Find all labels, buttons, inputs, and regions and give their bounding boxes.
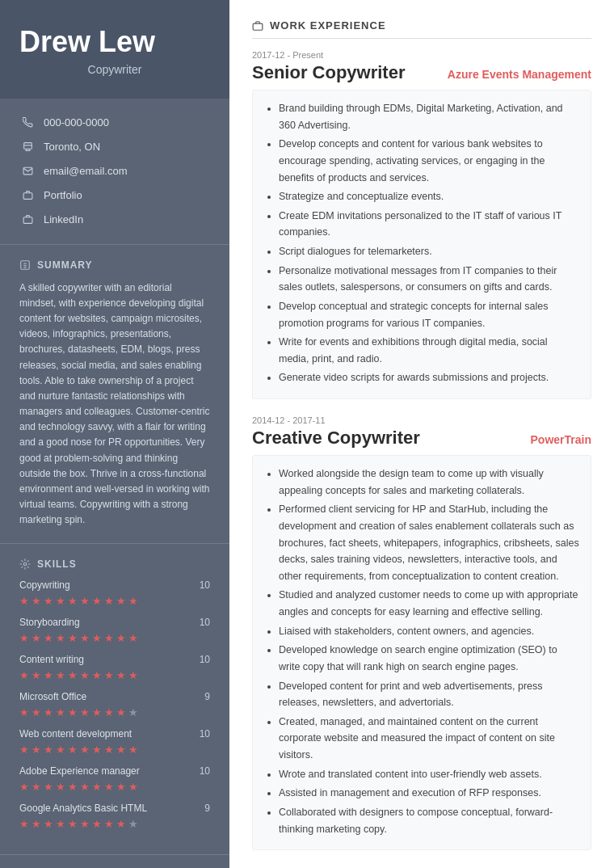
filled-star: ★ xyxy=(92,818,102,830)
filled-star: ★ xyxy=(56,669,65,681)
empty-star: ★ xyxy=(128,706,138,718)
job-bullet: Studied and analyzed customer needs to c… xyxy=(279,587,579,620)
interests-section: Interests CyclingLiteratureMarket trends xyxy=(0,855,229,868)
filled-star: ★ xyxy=(116,595,126,607)
skill-item: Storyboarding10★★★★★★★★★★ xyxy=(19,617,210,644)
filled-star: ★ xyxy=(32,781,41,793)
filled-star: ★ xyxy=(104,706,114,718)
filled-star: ★ xyxy=(116,781,126,793)
skill-score: 10 xyxy=(200,579,210,591)
filled-star: ★ xyxy=(56,744,65,756)
job-bullet: Develop concepts and content for various… xyxy=(279,136,579,186)
skill-score: 9 xyxy=(204,803,210,814)
sidebar-header: Drew Lew Copywriter xyxy=(0,0,229,99)
filled-star: ★ xyxy=(128,669,138,681)
linkedin-label: LinkedIn xyxy=(44,213,83,225)
sidebar: Drew Lew Copywriter 000-000-0000 Toronto… xyxy=(0,0,229,868)
email-item: email@email.com xyxy=(19,163,210,179)
skill-item: Copywriting10★★★★★★★★★★ xyxy=(19,579,210,607)
skill-stars: ★★★★★★★★★★ xyxy=(19,781,210,793)
filled-star: ★ xyxy=(104,595,114,607)
phone-value: 000-000-0000 xyxy=(44,116,109,129)
job-bullets-list: Brand building through EDMs, Digital Mar… xyxy=(264,100,579,386)
skill-item: Google Analytics Basic HTML9★★★★★★★★★★ xyxy=(19,803,210,830)
filled-star: ★ xyxy=(32,706,41,718)
filled-star: ★ xyxy=(116,669,126,681)
job-bullet: Develop conceptual and strategic concept… xyxy=(279,298,579,331)
filled-star: ★ xyxy=(104,669,114,681)
filled-star: ★ xyxy=(68,669,78,681)
job-bullets-block: Brand building through EDMs, Digital Mar… xyxy=(252,90,591,399)
job-bullet: Wrote and translated content into user-f… xyxy=(279,766,579,783)
filled-star: ★ xyxy=(56,818,65,830)
phone-item: 000-000-0000 xyxy=(19,115,210,131)
portfolio-item[interactable]: Portfolio xyxy=(19,188,210,204)
skill-score: 10 xyxy=(200,617,210,628)
skill-stars: ★★★★★★★★★★ xyxy=(19,706,210,718)
filled-star: ★ xyxy=(80,818,90,830)
filled-star: ★ xyxy=(92,595,102,607)
skill-name: Web content development xyxy=(19,728,132,739)
filled-star: ★ xyxy=(92,669,102,681)
job-bullet: Developed knowledge on search engine opt… xyxy=(279,642,579,675)
filled-star: ★ xyxy=(128,744,138,756)
filled-star: ★ xyxy=(128,595,138,607)
job-bullet: Create EDM invitations personalized to t… xyxy=(279,208,579,241)
filled-star: ★ xyxy=(68,706,78,718)
filled-star: ★ xyxy=(56,632,65,644)
filled-star: ★ xyxy=(19,706,29,718)
filled-star: ★ xyxy=(56,781,65,793)
filled-star: ★ xyxy=(68,781,78,793)
summary-section-title: Summary xyxy=(19,259,210,271)
skill-score: 10 xyxy=(200,654,210,665)
filled-star: ★ xyxy=(92,706,102,718)
job-title-row: Creative CopywriterPowerTrain xyxy=(252,428,591,449)
filled-star: ★ xyxy=(68,818,78,830)
job-bullet: Worked alongside the design team to come… xyxy=(279,466,579,499)
svg-rect-5 xyxy=(23,193,32,200)
filled-star: ★ xyxy=(104,818,114,830)
empty-star: ★ xyxy=(128,818,138,830)
job-company: Azure Events Management xyxy=(448,68,591,81)
job-bullet: Collaborated with designers to compose c… xyxy=(279,804,579,837)
filled-star: ★ xyxy=(32,744,41,756)
filled-star: ★ xyxy=(44,706,53,718)
filled-star: ★ xyxy=(80,632,90,644)
filled-star: ★ xyxy=(92,781,102,793)
filled-star: ★ xyxy=(92,744,102,756)
linkedin-item[interactable]: LinkedIn xyxy=(19,212,210,228)
filled-star: ★ xyxy=(128,632,138,644)
email-value: email@email.com xyxy=(44,165,128,177)
portfolio-label: Portfolio xyxy=(44,189,82,201)
contact-section: 000-000-0000 Toronto, ON email@email.com… xyxy=(0,99,229,245)
job-title: Senior Copywriter xyxy=(252,62,405,83)
work-divider xyxy=(252,38,591,39)
jobs-list: 2017-12 - PresentSenior CopywriterAzure … xyxy=(252,50,591,868)
filled-star: ★ xyxy=(116,632,126,644)
location-value: Toronto, ON xyxy=(44,141,100,153)
job-bullet: Brand building through EDMs, Digital Mar… xyxy=(279,100,579,133)
filled-star: ★ xyxy=(19,669,29,681)
location-item: Toronto, ON xyxy=(19,139,210,155)
filled-star: ★ xyxy=(32,669,41,681)
job-bullets-list: Worked alongside the design team to come… xyxy=(264,466,579,837)
filled-star: ★ xyxy=(32,818,41,830)
filled-star: ★ xyxy=(104,632,114,644)
filled-star: ★ xyxy=(128,781,138,793)
candidate-title: Copywriter xyxy=(19,63,210,76)
svg-point-11 xyxy=(23,563,27,566)
filled-star: ★ xyxy=(56,595,65,607)
skill-name: Microsoft Office xyxy=(19,691,86,702)
filled-star: ★ xyxy=(116,744,126,756)
skill-score: 10 xyxy=(200,728,210,739)
job-bullet: Write for events and exhibitions through… xyxy=(279,334,579,367)
job-title: Creative Copywriter xyxy=(252,428,420,449)
filled-star: ★ xyxy=(44,595,53,607)
job-bullet: Script dialogues for telemarketers. xyxy=(279,243,579,260)
filled-star: ★ xyxy=(80,706,90,718)
filled-star: ★ xyxy=(32,632,41,644)
skill-stars: ★★★★★★★★★★ xyxy=(19,669,210,681)
skill-stars: ★★★★★★★★★★ xyxy=(19,818,210,830)
skills-label: Skills xyxy=(37,558,77,570)
skill-name: Google Analytics Basic HTML xyxy=(19,803,147,814)
